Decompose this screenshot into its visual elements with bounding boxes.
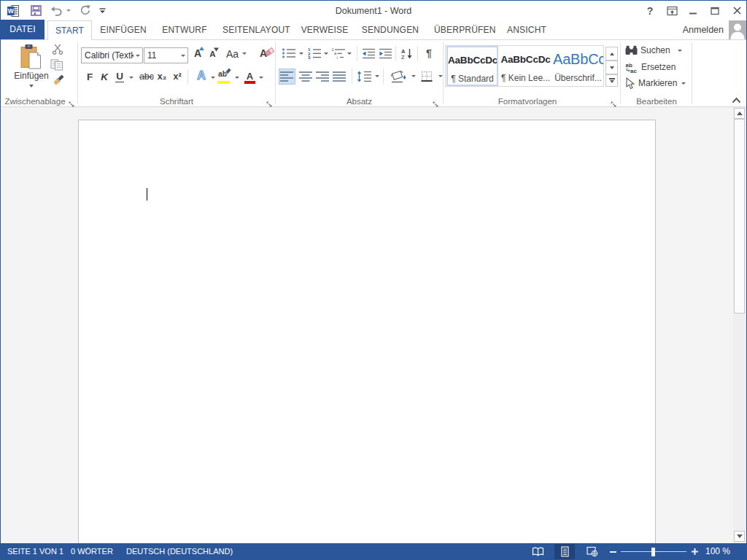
scrollbar-thumb[interactable] <box>734 119 745 314</box>
tab-start[interactable]: START <box>47 20 92 40</box>
cut-scissors-icon[interactable] <box>50 43 65 56</box>
help-icon[interactable]: ? <box>643 1 657 20</box>
read-mode-icon[interactable] <box>527 544 548 559</box>
triangle-down-icon <box>610 66 614 69</box>
tab-entwurf[interactable]: ENTWURF <box>159 20 210 39</box>
group-label-schriftart: Schriftart <box>78 96 275 106</box>
grow-font-icon[interactable]: A <box>191 46 204 61</box>
bold-icon[interactable]: F <box>85 69 95 84</box>
italic-icon[interactable]: K <box>99 69 109 84</box>
dialog-launcher-zwischenablage[interactable] <box>69 98 76 105</box>
shading-icon[interactable] <box>390 68 409 85</box>
paste-button[interactable]: Einfügen <box>11 71 52 81</box>
decrease-indent-icon[interactable] <box>361 47 376 60</box>
language-indicator[interactable]: DEUTSCH (DEUTSCHLAND) <box>126 543 233 560</box>
pilcrow-icon[interactable]: ¶ <box>422 46 436 61</box>
styles-scroll-up-icon[interactable] <box>605 47 618 61</box>
find-button[interactable]: Suchen <box>625 44 682 56</box>
shrink-font-icon[interactable]: A <box>206 47 219 61</box>
style-ueberschrift-1[interactable]: AaBbCc Überschrif... <box>553 47 603 88</box>
word-count[interactable]: 0 WÖRTER <box>71 543 113 560</box>
shading-dropdown-icon[interactable] <box>409 72 417 80</box>
small-separator <box>383 69 384 84</box>
zoom-slider-thumb[interactable] <box>651 548 655 556</box>
zoom-level[interactable]: 100 % <box>703 543 730 560</box>
collapse-ribbon-icon[interactable] <box>729 95 743 105</box>
align-center-icon[interactable] <box>298 69 314 85</box>
tab-ueberpruefen[interactable]: ÜBERPRÜFEN <box>434 20 492 39</box>
tab-ansicht[interactable]: ANSICHT <box>501 20 552 39</box>
align-left-icon[interactable] <box>279 69 295 85</box>
decor <box>609 78 615 83</box>
font-size-dropdown-icon[interactable] <box>179 55 187 57</box>
dialog-launcher-formatvorlagen[interactable] <box>611 98 618 105</box>
document-page[interactable] <box>78 120 656 543</box>
justify-icon[interactable] <box>331 69 348 85</box>
bullets-dropdown-icon[interactable] <box>297 50 305 58</box>
format-painter-icon[interactable] <box>49 74 66 88</box>
style-standard[interactable]: AaBbCcDc ¶ Standard <box>446 46 498 86</box>
dialog-launcher-absatz[interactable] <box>433 98 440 105</box>
line-spacing-dropdown-icon[interactable] <box>373 72 381 80</box>
underline-dropdown-icon[interactable] <box>127 72 136 82</box>
multilevel-list-icon[interactable]: 1ai <box>330 47 346 60</box>
styles-more-icon[interactable] <box>605 74 618 87</box>
text-effects-icon[interactable]: A <box>195 68 208 84</box>
text-effects-dropdown-icon[interactable] <box>209 72 217 82</box>
pilcrow-text: ¶ <box>426 47 432 59</box>
color-bar <box>244 81 255 84</box>
change-case-icon[interactable]: Aa <box>224 47 249 61</box>
minimize-icon[interactable] <box>686 1 700 20</box>
select-button[interactable]: Markieren <box>625 77 686 89</box>
font-size-combo[interactable]: 11 <box>144 47 188 63</box>
superscript-icon[interactable]: x² <box>171 69 183 84</box>
print-layout-icon[interactable] <box>554 544 575 559</box>
borders-icon[interactable] <box>419 69 434 85</box>
vertical-scrollbar[interactable] <box>733 107 746 543</box>
font-name-dropdown-icon[interactable] <box>133 55 142 57</box>
sort-icon[interactable]: A Z <box>400 46 414 61</box>
ribbon-display-options-icon[interactable] <box>665 1 679 20</box>
paste-clipboard-icon[interactable] <box>17 43 46 71</box>
tab-datei[interactable]: DATEI <box>1 20 44 39</box>
select-label-text: Markieren <box>638 78 677 88</box>
style-kein-leerraum[interactable]: AaBbCcDc ¶ Kein Lee... <box>500 47 551 88</box>
close-icon[interactable] <box>730 1 743 20</box>
scroll-down-icon[interactable] <box>734 531 745 542</box>
zoom-out-icon[interactable] <box>610 551 616 553</box>
paste-dropdown-icon[interactable] <box>26 83 37 89</box>
scroll-up-icon[interactable] <box>734 108 745 119</box>
replace-button[interactable]: ab ac Ersetzen <box>625 61 676 73</box>
numbering-dropdown-icon[interactable] <box>322 50 330 58</box>
increase-indent-icon[interactable] <box>378 47 392 60</box>
styles-scroll-down-icon[interactable] <box>605 61 618 74</box>
highlight-icon[interactable]: ab <box>217 68 232 84</box>
small-separator <box>357 46 357 61</box>
numbering-icon[interactable]: 1 2 3 <box>306 47 322 60</box>
page-indicator[interactable]: SEITE 1 VON 1 <box>7 543 63 560</box>
highlight-dropdown-icon[interactable] <box>233 72 241 82</box>
tab-seitenlayout[interactable]: SEITENLAYOUT <box>222 20 288 39</box>
subscript-icon[interactable]: x₂ <box>156 69 168 84</box>
clear-formatting-icon[interactable]: A <box>257 46 274 61</box>
font-name-combo[interactable]: Calibri (Textk <box>81 47 143 63</box>
strikethrough-icon[interactable]: abc <box>139 69 154 84</box>
dialog-launcher-schriftart[interactable] <box>266 98 274 105</box>
underline-icon[interactable]: U <box>115 69 125 84</box>
copy-icon[interactable] <box>49 58 65 71</box>
bullets-icon[interactable] <box>281 47 296 60</box>
borders-dropdown-icon[interactable] <box>436 72 444 80</box>
avatar-icon[interactable] <box>729 20 746 39</box>
font-color-icon[interactable]: A <box>244 68 256 84</box>
multilevel-list-dropdown-icon[interactable] <box>345 50 353 58</box>
zoom-in-icon[interactable] <box>692 548 698 555</box>
maximize-icon[interactable] <box>708 1 721 20</box>
tab-sendungen[interactable]: SENDUNGEN <box>361 20 419 39</box>
font-color-dropdown-icon[interactable] <box>257 72 266 82</box>
web-layout-icon[interactable] <box>582 544 603 559</box>
align-right-icon[interactable] <box>314 69 331 85</box>
tab-verweise[interactable]: VERWEISE <box>299 20 350 39</box>
line-spacing-icon[interactable] <box>356 68 373 85</box>
tab-einfuegen[interactable]: EINFÜGEN <box>98 20 149 39</box>
sign-in-link[interactable]: Anmelden <box>683 20 724 39</box>
